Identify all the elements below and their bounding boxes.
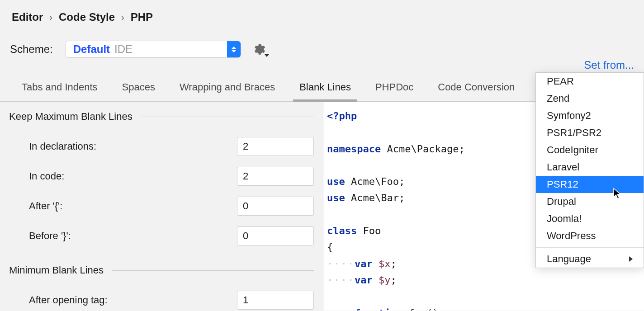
section-title: Keep Maximum Blank Lines	[9, 111, 133, 123]
code-keyword: class	[327, 225, 357, 236]
set-from-link[interactable]: Set from...	[584, 59, 634, 71]
tab-tabs-and-indents[interactable]: Tabs and Indents	[21, 81, 99, 101]
breadcrumb-item[interactable]: Editor	[12, 11, 43, 24]
tab-phpdoc[interactable]: PHPDoc	[374, 81, 414, 101]
scheme-scope: IDE	[114, 43, 133, 56]
code-keyword: <?php	[327, 110, 357, 122]
chevron-right-icon: ›	[121, 12, 124, 23]
scheme-label: Scheme:	[10, 43, 53, 56]
tab-wrapping-and-braces[interactable]: Wrapping and Braces	[179, 81, 276, 101]
divider	[112, 270, 314, 271]
in-code-input[interactable]	[237, 167, 314, 186]
field-label: In code:	[29, 170, 237, 182]
field-label: In declarations:	[29, 141, 237, 152]
code-text: ;	[390, 274, 396, 286]
code-keyword: namespace	[327, 143, 381, 155]
field-after-opening-tag: After opening tag:	[9, 285, 314, 311]
scheme-row: Scheme: Default IDE	[0, 24, 644, 58]
chevron-right-icon: ›	[49, 12, 52, 23]
breadcrumb-item[interactable]: PHP	[131, 11, 153, 24]
code-text: foo()	[402, 307, 438, 311]
field-in-code: In code:	[9, 161, 314, 191]
tab-spaces[interactable]: Spaces	[121, 81, 156, 101]
menu-item-codeigniter[interactable]: CodeIgniter	[536, 141, 644, 159]
breadcrumb-item[interactable]: Code Style	[59, 11, 115, 24]
code-keyword: var	[355, 274, 373, 286]
settings-panel: Keep Maximum Blank Lines In declarations…	[0, 102, 323, 311]
field-after-brace: After '{':	[9, 191, 314, 221]
code-var: $y	[373, 274, 391, 286]
code-indent: ····	[327, 274, 355, 286]
menu-item-language[interactable]: Language	[536, 250, 644, 268]
section-title: Minimum Blank Lines	[9, 264, 104, 276]
set-from-menu: PEAR Zend Symfony2 PSR1/PSR2 CodeIgniter…	[535, 72, 644, 268]
menu-item-symfony2[interactable]: Symfony2	[536, 107, 644, 124]
menu-item-psr12[interactable]: PSR12	[536, 176, 644, 193]
code-text: Foo	[357, 225, 381, 236]
field-label: Before '}':	[29, 230, 237, 242]
after-opening-tag-input[interactable]	[237, 291, 314, 310]
after-brace-input[interactable]	[237, 197, 314, 216]
tab-blank-lines[interactable]: Blank Lines	[298, 81, 352, 101]
breadcrumb: Editor › Code Style › PHP	[0, 0, 644, 24]
menu-item-joomla[interactable]: Joomla!	[536, 210, 644, 227]
scheme-dropdown[interactable]: Default IDE	[66, 41, 241, 58]
field-in-declarations: In declarations:	[9, 132, 314, 161]
field-label: After opening tag:	[29, 294, 237, 306]
menu-item-wordpress[interactable]: WordPress	[536, 227, 644, 245]
code-var: $x	[373, 258, 391, 269]
code-text: Acme\Bar;	[345, 192, 405, 203]
code-text: Acme\Foo;	[345, 176, 405, 187]
code-text: Acme\Package;	[381, 143, 464, 155]
code-keyword: function	[355, 307, 402, 311]
menu-item-pear[interactable]: PEAR	[536, 73, 644, 90]
code-text: {	[327, 241, 333, 253]
before-brace-input[interactable]	[237, 226, 314, 245]
code-indent: ····	[327, 258, 355, 269]
code-text: ;	[390, 258, 396, 269]
scheme-selected-value: Default	[73, 43, 110, 56]
code-keyword: use	[327, 176, 345, 187]
menu-item-zend[interactable]: Zend	[536, 90, 644, 107]
in-declarations-input[interactable]	[237, 137, 314, 156]
menu-item-laravel[interactable]: Laravel	[536, 159, 644, 176]
tab-code-conversion[interactable]: Code Conversion	[437, 81, 516, 101]
divider	[141, 117, 314, 117]
menu-item-psr1-psr2[interactable]: PSR1/PSR2	[536, 124, 644, 141]
menu-divider	[536, 247, 644, 248]
chevron-updown-icon[interactable]	[227, 41, 241, 57]
chevron-right-icon	[629, 256, 633, 262]
menu-item-drupal[interactable]: Drupal	[536, 193, 644, 210]
code-keyword: var	[355, 258, 373, 269]
code-keyword: use	[327, 192, 345, 203]
section-header-min: Minimum Blank Lines	[9, 264, 314, 276]
menu-item-label: Language	[547, 253, 591, 265]
field-before-brace: Before '}':	[9, 221, 314, 251]
gear-icon[interactable]	[254, 43, 265, 55]
section-header-keep-max: Keep Maximum Blank Lines	[9, 111, 314, 123]
field-label: After '{':	[29, 200, 237, 212]
code-indent: ····	[327, 307, 355, 311]
